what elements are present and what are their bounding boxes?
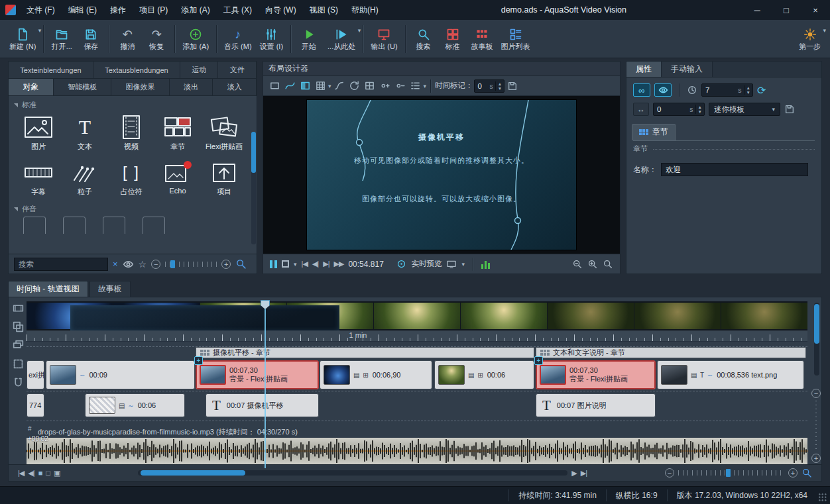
chevron-down-icon[interactable]: ▾ bbox=[294, 261, 297, 268]
clip-text-image-caption[interactable]: T 00:07 图片说明 bbox=[536, 393, 656, 417]
audio-item-icon[interactable] bbox=[23, 217, 46, 234]
thumbnail-size-slider[interactable] bbox=[165, 260, 217, 269]
item-subtitle[interactable]: 字幕 bbox=[15, 156, 62, 200]
new-button[interactable]: 新建 (N) ▾ bbox=[5, 22, 40, 56]
duration-value[interactable]: 7 bbox=[702, 86, 736, 94]
timeline-zoom-slider[interactable] bbox=[678, 468, 784, 478]
objects-scrollbar[interactable] bbox=[251, 132, 256, 244]
tab-textausblendungen[interactable]: Textausblendungen bbox=[93, 62, 180, 78]
chevron-down-icon[interactable]: ▾ bbox=[328, 83, 331, 89]
tab-storyboard-view[interactable]: 故事板 bbox=[89, 281, 131, 297]
audio-item-icon[interactable] bbox=[63, 217, 86, 234]
visibility-toggle[interactable] bbox=[654, 83, 672, 97]
save-template-icon[interactable] bbox=[784, 104, 795, 115]
tab-fade-out[interactable]: 淡出 bbox=[170, 79, 213, 95]
search-button[interactable]: 搜索 bbox=[409, 22, 438, 56]
filmstrip-thumb-forest[interactable] bbox=[374, 303, 460, 329]
item-video[interactable]: 视频 bbox=[108, 111, 154, 155]
step-forward-button[interactable]: ▶| bbox=[323, 260, 329, 268]
zoom-in-icon[interactable] bbox=[587, 259, 598, 270]
item-project[interactable]: 项目 bbox=[201, 156, 247, 200]
add-button[interactable]: 添加 (A) bbox=[178, 22, 213, 56]
selection-frame-icon[interactable] bbox=[267, 79, 282, 93]
refresh-icon[interactable]: ⟳ bbox=[757, 84, 766, 97]
spinner-arrows[interactable]: ▲▼ bbox=[695, 105, 704, 114]
clip-pattern-0006[interactable]: ▤ ∼ 00:06 bbox=[85, 393, 185, 417]
chapter-name-input[interactable] bbox=[661, 163, 808, 176]
tab-manual-input[interactable]: 手动输入 bbox=[662, 62, 713, 77]
settings-button[interactable]: 设置 (I) bbox=[256, 22, 287, 56]
offset-arrows-icon[interactable]: ↔ bbox=[633, 103, 649, 116]
timeline-vertical-scrollbar[interactable] bbox=[814, 303, 819, 376]
equalizer-icon[interactable] bbox=[481, 260, 490, 269]
image-list-button[interactable]: 图片列表 bbox=[497, 22, 534, 56]
tab-smart-templates[interactable]: 智能模板 bbox=[54, 79, 112, 95]
item-particle[interactable]: 粒子 bbox=[62, 156, 108, 200]
filmstrip-thumb-dark[interactable] bbox=[548, 303, 634, 329]
menu-add[interactable]: 添加 (A) bbox=[174, 0, 216, 20]
stop-button[interactable] bbox=[282, 260, 289, 268]
motion-path-icon[interactable] bbox=[282, 79, 297, 93]
music-button[interactable]: ♪ 音乐 (M) bbox=[220, 22, 256, 56]
track-zoom-out-button[interactable]: − bbox=[811, 389, 821, 398]
time-ruler[interactable]: 1 min bbox=[27, 330, 807, 342]
clip-text-png[interactable]: ▤ T ∼ 00:08,536 text.png bbox=[657, 360, 804, 389]
zoom-in-button[interactable]: + bbox=[221, 260, 231, 269]
open-button[interactable]: 打开... bbox=[47, 22, 76, 56]
play-from-here-button[interactable]: ...从此处 ▾ bbox=[324, 22, 359, 56]
redo-button[interactable]: ↷ 恢复 bbox=[142, 22, 171, 56]
clip-text-camera-pan[interactable]: T 00:07 摄像机平移 bbox=[206, 393, 319, 417]
go-end-button[interactable]: ▶| bbox=[581, 469, 587, 478]
minimize-button[interactable]: ─ bbox=[742, 0, 772, 20]
filmstrip-thumb-dark[interactable] bbox=[634, 303, 721, 329]
frame-button[interactable]: □ bbox=[46, 469, 50, 477]
item-placeholder[interactable]: [ ] 占位符 bbox=[108, 156, 154, 200]
slider-thumb[interactable] bbox=[726, 469, 731, 477]
filmstrip-thumb-forest[interactable] bbox=[461, 303, 547, 329]
step-forward-button[interactable]: ▶ bbox=[571, 469, 576, 478]
gradient-icon[interactable] bbox=[298, 79, 312, 93]
time-marker-spinner[interactable]: 0 s ▲▼ bbox=[474, 79, 505, 93]
tab-objects[interactable]: 对象 bbox=[9, 79, 54, 95]
first-step-button[interactable]: 第一步 ▾ bbox=[795, 22, 825, 56]
chapter-group-1[interactable]: 摄像机平移 - 章节 bbox=[196, 347, 534, 358]
playhead-line[interactable] bbox=[265, 309, 266, 468]
menu-file[interactable]: 文件 (F) bbox=[20, 0, 62, 20]
spinner-arrows[interactable]: ▲▼ bbox=[495, 81, 504, 91]
offset-value[interactable]: 0 bbox=[654, 105, 687, 113]
chevron-down-icon[interactable]: ▾ bbox=[823, 27, 826, 34]
clear-search-icon[interactable]: × bbox=[113, 259, 118, 269]
item-text[interactable]: T 文本 bbox=[62, 111, 108, 155]
magnet-icon[interactable] bbox=[13, 377, 24, 388]
resize-grip[interactable] bbox=[818, 493, 827, 502]
tab-files[interactable]: 文件 bbox=[218, 62, 257, 78]
step-back-button[interactable]: ◀| bbox=[312, 260, 318, 268]
skip-start-button[interactable]: |◀ bbox=[302, 260, 308, 268]
preview-stage[interactable]: 摄像机平移 移动可见图像部分或随着时间的推移调整其大小。 图像部分也可以旋转。可… bbox=[263, 96, 620, 254]
track-film-icon[interactable] bbox=[13, 303, 24, 314]
item-picture[interactable]: 图片 bbox=[15, 111, 62, 155]
infinity-toggle[interactable]: ∞ bbox=[633, 83, 650, 97]
item-flexi-collage[interactable]: Flexi拼贴画 bbox=[201, 111, 247, 155]
close-button[interactable]: × bbox=[801, 0, 830, 20]
menu-actions[interactable]: 操作 bbox=[103, 0, 133, 20]
step-back-button[interactable]: ◀| bbox=[28, 469, 34, 478]
timeline-horizontal-scrollbar[interactable] bbox=[138, 470, 567, 476]
overlap-tracks-icon[interactable] bbox=[13, 321, 24, 332]
chapter-subtab[interactable]: 章节 bbox=[632, 124, 676, 140]
expand-badge[interactable]: + bbox=[534, 356, 543, 365]
zoom-out-button[interactable]: − bbox=[151, 260, 160, 269]
scrollbar-thumb[interactable] bbox=[251, 132, 256, 173]
track-zoom-slider[interactable] bbox=[815, 401, 817, 451]
split-view-button[interactable]: ▣ bbox=[54, 469, 60, 478]
menu-tools[interactable]: 工具 (X) bbox=[217, 0, 259, 20]
menu-view[interactable]: 视图 (S) bbox=[303, 0, 345, 20]
clip-flexi-collage-selected-2[interactable]: 00:07,30 背景 - Flexi拼贴画 bbox=[536, 360, 656, 389]
magnifier-icon[interactable] bbox=[235, 258, 247, 270]
preview-slide[interactable]: 摄像机平移 移动可见图像部分或随着时间的推移调整其大小。 图像部分也可以旋转。可… bbox=[307, 100, 576, 250]
clip-flexi-collage-selected-1[interactable]: 00:07,30 背景 - Flexi拼贴画 bbox=[196, 360, 319, 389]
tab-texteinblendungen[interactable]: Texteinblendungen bbox=[9, 62, 93, 78]
clip-image-0009[interactable]: ∼ 00:09 bbox=[46, 360, 195, 389]
tab-timeline-track-view[interactable]: 时间轴 - 轨道视图 bbox=[8, 281, 88, 297]
chevron-down-icon[interactable]: ▾ bbox=[358, 27, 361, 34]
